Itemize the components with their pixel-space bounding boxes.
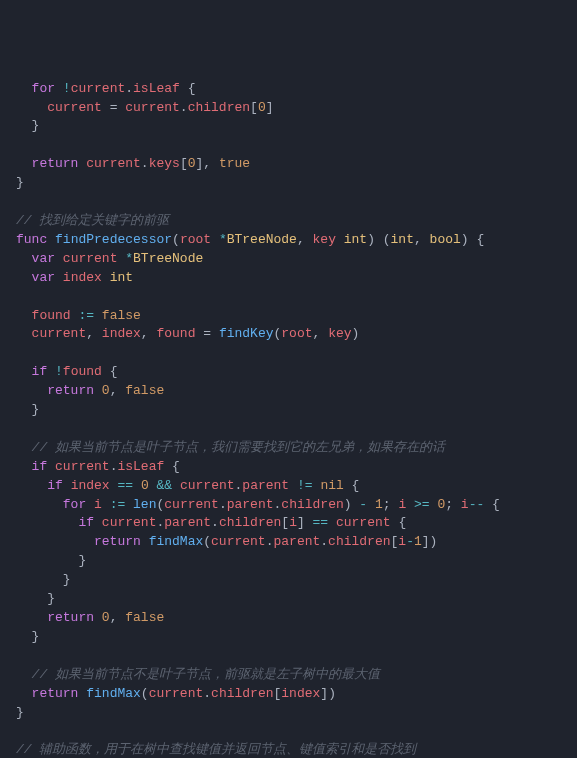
code-line: current, index, found = findKey(root, ke… (16, 326, 359, 341)
code-line: return current.keys[0], true (16, 156, 250, 171)
code-line: } (16, 118, 39, 133)
code-line: func findPredecessor(root *BTreeNode, ke… (16, 232, 484, 247)
code-line: return findMax(current.parent.children[i… (16, 534, 437, 549)
code-line: found := false (16, 308, 141, 323)
code-line: } (16, 402, 39, 417)
code-line: if !found { (16, 364, 117, 379)
code-line: } (16, 175, 24, 190)
code-line: } (16, 591, 55, 606)
code-line: current = current.children[0] (16, 100, 274, 115)
code-line: if current.isLeaf { (16, 459, 180, 474)
code-line: return 0, false (16, 383, 164, 398)
code-line (16, 723, 24, 738)
comment: // 找到给定关键字的前驱 (16, 213, 169, 228)
code-editor[interactable]: for !current.isLeaf { current = current.… (16, 80, 577, 758)
code-line: // 辅助函数，用于在树中查找键值并返回节点、键值索引和是否找到 (16, 742, 416, 757)
code-line (16, 421, 24, 436)
code-line (16, 289, 24, 304)
code-line: for i := len(current.parent.children) - … (16, 497, 500, 512)
code-line: if index == 0 && current.parent != nil { (16, 478, 359, 493)
code-line: // 如果当前节点是叶子节点，我们需要找到它的左兄弟，如果存在的话 (16, 440, 445, 455)
comment: // 如果当前节点不是叶子节点，前驱就是左子树中的最大值 (32, 667, 380, 682)
code-line: return 0, false (16, 610, 164, 625)
code-line: } (16, 553, 86, 568)
code-line: } (16, 705, 24, 720)
code-line: var current *BTreeNode (16, 251, 203, 266)
code-line (16, 648, 24, 663)
code-line: for !current.isLeaf { (16, 81, 195, 96)
comment: // 辅助函数，用于在树中查找键值并返回节点、键值索引和是否找到 (16, 742, 416, 757)
code-line: } (16, 572, 71, 587)
code-line (16, 345, 24, 360)
code-line: } (16, 629, 39, 644)
code-line: if current.parent.children[i] == current… (16, 515, 406, 530)
code-line (16, 137, 24, 152)
code-line: // 找到给定关键字的前驱 (16, 213, 169, 228)
code-line: return findMax(current.children[index]) (16, 686, 336, 701)
code-line (16, 194, 24, 209)
code-line: var index int (16, 270, 133, 285)
code-line: // 如果当前节点不是叶子节点，前驱就是左子树中的最大值 (16, 667, 380, 682)
comment: // 如果当前节点是叶子节点，我们需要找到它的左兄弟，如果存在的话 (32, 440, 445, 455)
